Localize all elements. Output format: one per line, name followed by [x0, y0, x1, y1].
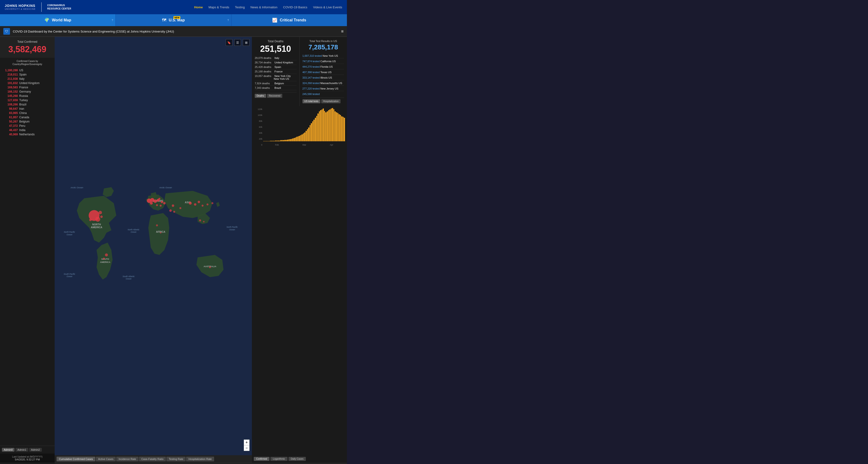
- help-icon-1[interactable]: ?: [112, 19, 113, 22]
- tab-hospitalization[interactable]: Hospitalization: [321, 99, 341, 103]
- chart-tab-confirmed[interactable]: Confirmed: [254, 457, 270, 461]
- list-item[interactable]: 211,938Italy: [0, 77, 55, 81]
- list-item[interactable]: 145,268Russia: [0, 94, 55, 98]
- nav-links: Home Maps & Trends Testing News & Inform…: [194, 5, 342, 9]
- chart-tab-daily[interactable]: Daily Cases: [288, 457, 306, 461]
- svg-text:Ocean: Ocean: [131, 231, 136, 233]
- menu-icon[interactable]: ≡: [341, 29, 344, 34]
- country-name: Spain: [19, 73, 27, 76]
- tab-recovered[interactable]: Recovered: [267, 94, 282, 98]
- svg-point-50: [209, 266, 211, 268]
- svg-point-47: [160, 232, 161, 233]
- chart-bar: [317, 113, 319, 141]
- country-scroll-list[interactable]: 1,180,288US218,011Spain211,938Italy191,8…: [0, 68, 55, 446]
- bookmark-btn[interactable]: 🔖: [226, 39, 232, 46]
- map-tab-confirmed[interactable]: Cumulative Confirmed Cases: [57, 457, 95, 461]
- nav-videos[interactable]: Videos & Live Events: [313, 5, 342, 9]
- list-btn[interactable]: ☰: [234, 39, 241, 46]
- chart-bar: [287, 140, 288, 141]
- svg-text:AMERICA: AMERICA: [91, 226, 102, 229]
- chart-bar: [295, 137, 296, 141]
- chart-bar: [269, 141, 270, 141]
- nav-maps[interactable]: Maps & Trends: [208, 5, 229, 9]
- test-count: 324,268 tested: [303, 82, 320, 85]
- test-count: 333,147 tested: [303, 76, 320, 79]
- world-map-container: Arctic Ocean Arctic Ocean North Pacific …: [55, 37, 252, 453]
- country-name: US: [19, 69, 23, 72]
- chart-bar: [294, 138, 295, 141]
- test-count: 277,220 tested: [303, 87, 320, 90]
- y-label-20k: 20k: [254, 138, 263, 140]
- map-tab-active[interactable]: Active Cases: [96, 457, 116, 461]
- test-region: New Jersey US: [319, 87, 338, 90]
- chart-bar: [311, 123, 312, 141]
- tab-critical-trends[interactable]: 📈 Critical Trends: [231, 14, 347, 26]
- death-count: 25,168 deaths: [255, 70, 274, 73]
- list-item[interactable]: 40,969Netherlands: [0, 132, 55, 137]
- last-updated: Last Updated at (M/D/YYYY) 5/4/2020, 9:3…: [0, 454, 55, 463]
- country-count: 40,969: [2, 133, 18, 136]
- chart-bar: [331, 108, 332, 141]
- death-count: 25,428 deaths: [255, 66, 274, 68]
- admin-tab-1[interactable]: Admin1: [16, 448, 28, 452]
- chart-bar: [291, 139, 292, 141]
- tab-us-map[interactable]: NEW 🗺 U.S. Map ?: [116, 14, 231, 26]
- nav-home[interactable]: Home: [194, 5, 203, 9]
- tab-deaths[interactable]: Deaths: [255, 94, 266, 98]
- y-label-40k: 40k: [254, 132, 263, 134]
- deaths-list[interactable]: 29,079 deaths Italy28,734 deaths United …: [255, 56, 297, 90]
- admin-tab-2[interactable]: Admin2: [29, 448, 42, 452]
- chart-tab-logarithmic[interactable]: Logarithmic: [270, 457, 287, 461]
- chart-bar: [339, 114, 340, 141]
- list-item[interactable]: 50,267Belgium: [0, 120, 55, 124]
- list-item: 29,079 deaths Italy: [255, 56, 297, 60]
- list-item[interactable]: 108,266Brazil: [0, 102, 55, 107]
- death-country: Italy: [274, 57, 279, 59]
- svg-point-40: [207, 203, 208, 205]
- dashboard-title: COVID-19 Dashboard by the Center for Sys…: [13, 30, 174, 33]
- svg-text:South Pacific: South Pacific: [64, 273, 75, 275]
- chart-bar: [307, 129, 308, 141]
- svg-point-45: [103, 258, 105, 260]
- svg-point-37: [194, 203, 196, 206]
- grid-btn[interactable]: ⊞: [243, 39, 249, 46]
- chart-bar: [306, 131, 307, 141]
- list-item[interactable]: 1,180,288US: [0, 68, 55, 72]
- list-item[interactable]: 169,583France: [0, 85, 55, 90]
- svg-point-44: [105, 253, 108, 256]
- map-tab-incidence[interactable]: Incidence Rate: [116, 457, 138, 461]
- list-item[interactable]: 127,659Turkey: [0, 98, 55, 102]
- nav-news[interactable]: News & Information: [250, 5, 277, 9]
- nav-testing[interactable]: Testing: [235, 5, 245, 9]
- list-item[interactable]: 218,011Spain: [0, 72, 55, 77]
- tab-world-map[interactable]: 🌍 World Map ?: [0, 14, 116, 26]
- list-item[interactable]: 191,832United Kingdom: [0, 81, 55, 85]
- list-item[interactable]: 98,647Iran: [0, 107, 55, 111]
- world-map-svg: Arctic Ocean Arctic Ocean North Pacific …: [55, 37, 252, 453]
- list-item[interactable]: 166,152Germany: [0, 90, 55, 94]
- map-tab-fatality[interactable]: Case-Fatality Ratio: [139, 457, 166, 461]
- zoom-in-btn[interactable]: +: [244, 439, 249, 445]
- admin-tab-0[interactable]: Admin0: [2, 448, 14, 452]
- map-tab-testing[interactable]: Testing Rate: [166, 457, 186, 461]
- last-updated-label: Last Updated at (M/D/YYYY): [2, 456, 53, 458]
- list-item[interactable]: 61,957Canada: [0, 115, 55, 120]
- zoom-out-btn[interactable]: −: [244, 445, 249, 451]
- help-icon-2[interactable]: ?: [227, 19, 229, 22]
- map-area[interactable]: 🔖 ☰ ⊞: [55, 37, 252, 463]
- death-count: 19,057 deaths: [255, 74, 274, 77]
- list-item[interactable]: 83,965China: [0, 111, 55, 115]
- country-count: 1,180,288: [2, 69, 18, 72]
- chart-bar: [316, 116, 317, 141]
- list-item[interactable]: 47,372Peru: [0, 124, 55, 128]
- tests-list[interactable]: 1,007,310 tested New York US747,874 test…: [303, 53, 344, 96]
- list-item[interactable]: 46,437India: [0, 128, 55, 132]
- chart-bar: [270, 141, 271, 141]
- svg-text:North Pacific: North Pacific: [226, 226, 238, 228]
- country-count: 47,372: [2, 124, 18, 128]
- tab-us-tests[interactable]: US total tests: [303, 99, 320, 103]
- chart-bar: [279, 140, 280, 141]
- nav-covid-basics[interactable]: COVID-19 Basics: [283, 5, 307, 9]
- map-tab-hospitalization[interactable]: Hospitalization Rate: [186, 457, 214, 461]
- dashboard-header: 🛡 COVID-19 Dashboard by the Center for S…: [0, 26, 347, 37]
